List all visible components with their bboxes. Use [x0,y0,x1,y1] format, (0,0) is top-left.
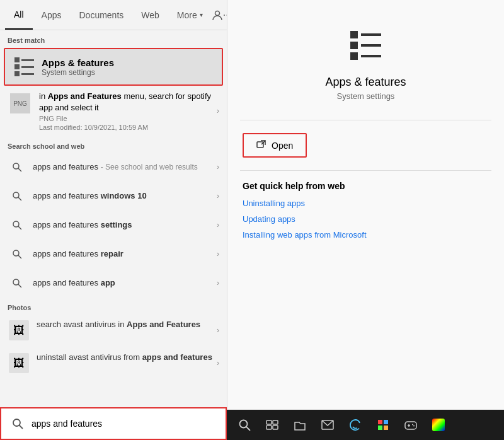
svg-rect-13 [257,142,263,148]
photo-icon-2: 🖼 [8,352,30,374]
help-section-title: Get quick help from web [243,181,489,191]
photo-result-1[interactable]: 🖼 search avast antivirus in Apps and Fea… [0,314,227,347]
best-match-item[interactable]: Apps & features System settings [4,48,223,86]
detail-app-icon [346,25,386,66]
svg-rect-22 [384,420,388,424]
svg-point-3 [13,192,19,198]
tab-web[interactable]: Web [132,0,168,30]
chevron-down-icon: ▾ [200,11,203,18]
photo-text-1: search avast antivirus in Apps and Featu… [37,319,219,330]
help-link-1[interactable]: Uninstalling apps [243,199,489,208]
file-type: PNG File [39,115,219,122]
photo-icon-1: 🖼 [8,319,30,342]
taskbar [227,410,504,440]
tab-all[interactable]: All [5,0,33,30]
svg-point-11 [13,419,20,426]
help-link-2[interactable]: Updating apps [243,214,489,224]
taskbar-color-button[interactable] [426,412,451,437]
svg-rect-24 [384,426,388,430]
web-result-item-2[interactable]: apps and features windows 10 › [0,182,227,211]
svg-line-6 [18,226,21,229]
chevron-right-icon-p1: › [217,326,219,335]
photo-result-2[interactable]: 🖼 uninstall avast antivirus from apps an… [0,347,227,379]
svg-rect-25 [405,422,416,429]
search-panel: All Apps Documents Web More ▾ ··· Best m… [0,0,227,440]
file-result-item[interactable]: PNG in Apps and Features menu, search fo… [0,86,227,136]
taskbar-search-button[interactable] [232,412,257,437]
file-title: in Apps and Features menu, search for sp… [39,91,219,113]
results-area: Best match [0,30,227,407]
web-result-text-3: apps and features settings [33,219,214,231]
taskbar-taskview-button[interactable] [260,412,285,437]
open-button[interactable]: Open [243,133,307,158]
web-result-text-2: apps and features windows 10 [33,190,214,202]
svg-rect-17 [273,420,278,424]
help-link-3[interactable]: Installing web apps from Microsoft [243,230,489,240]
svg-point-9 [13,279,19,285]
chevron-right-icon-p2: › [217,359,219,368]
best-match-title: Apps & features [42,57,114,68]
tab-more[interactable]: More ▾ [168,0,212,30]
chevron-right-icon-4: › [217,250,219,258]
search-icon-1 [8,158,26,177]
taskbar-mail-button[interactable] [315,412,340,437]
photo-text-2: uninstall avast antivirus from apps and … [37,352,219,363]
search-icon-5 [8,274,26,292]
svg-point-7 [13,250,19,256]
file-info: in Apps and Features menu, search for sp… [39,91,219,131]
photos-section-label: Photos [0,298,227,314]
web-result-text-4: apps and features repair [33,248,214,260]
svg-rect-23 [378,426,382,430]
svg-rect-21 [378,420,382,424]
web-result-item-3[interactable]: apps and features settings › [0,211,227,240]
svg-point-29 [413,426,415,427]
best-match-text: Apps & features System settings [42,57,114,77]
apps-features-small-icon [13,55,35,78]
taskbar-edge-button[interactable] [343,412,368,437]
file-modified: Last modified: 10/9/2021, 10:59 AM [39,124,219,131]
search-box [0,407,227,440]
web-result-item-4[interactable]: apps and features repair › [0,240,227,269]
svg-line-12 [20,426,23,429]
png-file-icon: PNG [8,91,33,116]
search-icon-4 [8,245,26,263]
tab-apps[interactable]: Apps [33,0,71,30]
tab-documents[interactable]: Documents [70,0,132,30]
svg-point-5 [13,221,19,227]
taskbar-files-button[interactable] [287,412,312,437]
chevron-right-icon-3: › [217,221,219,229]
chevron-right-icon: › [217,107,219,115]
search-icon-2 [8,187,26,206]
detail-help-section: Get quick help from web Uninstalling app… [227,171,504,256]
web-result-text-1: apps and features - See school and web r… [33,161,214,173]
search-icon-3 [8,216,26,234]
taskbar-game-button[interactable] [398,412,423,437]
svg-rect-19 [273,426,278,429]
search-input[interactable] [32,419,218,429]
web-result-item-5[interactable]: apps and features app › [0,269,227,298]
svg-line-15 [246,427,250,431]
svg-line-4 [18,197,21,200]
web-section-label: Search school and web [0,136,227,153]
best-match-label: Best match [0,30,227,48]
detail-header: Apps & features System settings [227,0,504,120]
user-icon-button[interactable] [212,4,223,26]
svg-rect-16 [266,420,272,424]
chevron-right-icon-1: › [217,163,219,171]
detail-panel: Apps & features System settings Open Get… [227,0,504,440]
svg-line-2 [18,168,21,171]
detail-app-title: Apps & features [325,76,406,89]
open-label: Open [272,141,293,151]
svg-point-14 [240,420,248,428]
chevron-right-icon-5: › [217,279,219,287]
svg-line-10 [18,284,21,287]
svg-point-28 [412,424,413,426]
web-result-item-1[interactable]: apps and features - See school and web r… [0,153,227,182]
best-match-subtitle: System settings [42,68,114,77]
open-icon [256,139,266,151]
search-icon-main [9,415,26,432]
taskbar-store-button[interactable] [370,412,396,437]
chevron-right-icon-2: › [217,192,219,200]
svg-rect-18 [266,426,272,429]
web-result-text-5: apps and features app [33,277,214,289]
